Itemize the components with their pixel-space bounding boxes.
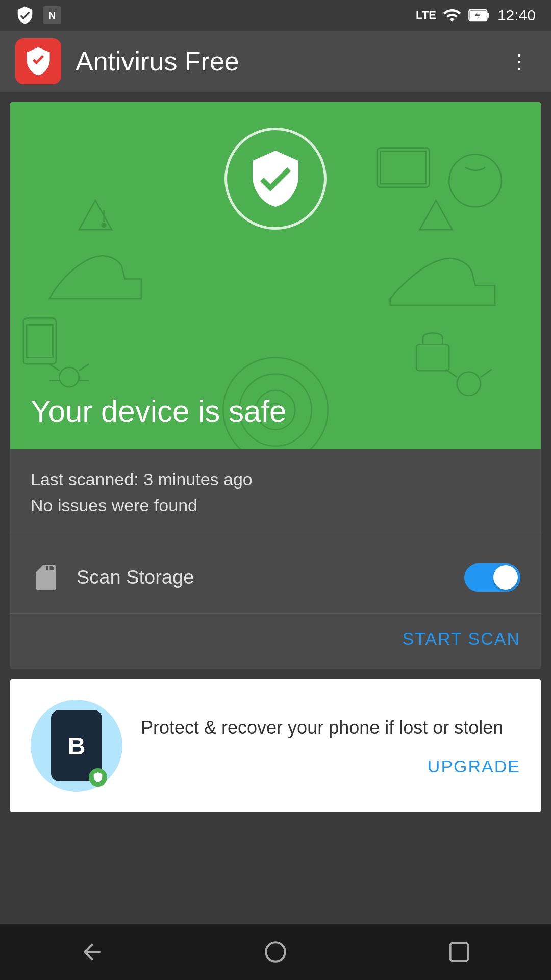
upgrade-b-letter: B	[68, 732, 86, 760]
upgrade-icon-circle: B	[31, 700, 122, 792]
svg-point-9	[59, 368, 79, 387]
status-banner: Your device is safe	[10, 102, 541, 449]
recents-button[interactable]	[439, 932, 480, 972]
start-scan-row: START SCAN	[10, 614, 541, 669]
status-bar: N LTE 12:40	[0, 0, 551, 31]
last-scanned-text: Last scanned: 3 minutes ago	[31, 470, 520, 489]
upgrade-text-col: Protect & recover your phone if lost or …	[141, 715, 520, 776]
scan-storage-label: Scan Storage	[77, 567, 194, 589]
svg-point-6	[102, 223, 106, 227]
scan-storage-row: Scan Storage	[10, 542, 541, 613]
svg-point-26	[266, 942, 285, 962]
main-card: Your device is safe Last scanned: 3 minu…	[10, 102, 541, 669]
svg-marker-16	[419, 200, 452, 230]
upgrade-badge	[89, 768, 107, 787]
bottom-nav	[0, 924, 551, 980]
signal-icon	[442, 6, 462, 25]
app-icon	[15, 38, 61, 84]
app-bar: Antivirus Free ⋮	[0, 31, 551, 92]
svg-rect-27	[450, 943, 468, 961]
status-bar-right-icons: LTE 12:40	[416, 6, 536, 25]
home-button[interactable]	[255, 932, 296, 972]
upgrade-button[interactable]: UPGRADE	[141, 756, 520, 776]
svg-rect-8	[27, 325, 53, 357]
no-issues-text: No issues were found	[31, 496, 520, 516]
svg-rect-15	[380, 151, 426, 184]
upgrade-description: Protect & recover your phone if lost or …	[141, 715, 520, 741]
svg-rect-14	[377, 148, 430, 187]
svg-point-19	[457, 372, 481, 396]
shield-status-icon	[15, 6, 35, 25]
back-button[interactable]	[71, 932, 112, 972]
svg-rect-1	[487, 13, 489, 18]
scan-storage-toggle[interactable]	[464, 564, 520, 592]
safe-status-text: Your device is safe	[31, 394, 286, 429]
more-menu-button[interactable]: ⋮	[504, 44, 536, 78]
svg-rect-18	[416, 345, 449, 371]
notification-icon: N	[43, 6, 61, 24]
battery-icon	[468, 6, 491, 25]
clock: 12:40	[497, 7, 536, 24]
status-bar-left-icons: N	[15, 6, 61, 25]
info-section: Last scanned: 3 minutes ago No issues we…	[10, 449, 541, 542]
sd-card-icon	[31, 562, 61, 593]
shield-circle	[224, 128, 327, 230]
svg-line-11	[79, 364, 89, 371]
lte-icon: LTE	[416, 9, 436, 22]
app-title: Antivirus Free	[76, 46, 239, 77]
app-bar-left: Antivirus Free	[15, 38, 239, 84]
svg-line-21	[481, 370, 492, 377]
upgrade-phone-icon: B	[51, 710, 102, 781]
scan-storage-left: Scan Storage	[31, 562, 194, 593]
start-scan-button[interactable]: START SCAN	[402, 629, 520, 649]
svg-marker-4	[79, 200, 112, 230]
svg-point-17	[449, 154, 502, 207]
divider-1	[10, 531, 541, 531]
upgrade-card: B Protect & recover your phone if lost o…	[10, 679, 541, 812]
svg-line-20	[446, 370, 457, 377]
svg-line-10	[49, 364, 59, 371]
toggle-thumb	[493, 565, 518, 590]
